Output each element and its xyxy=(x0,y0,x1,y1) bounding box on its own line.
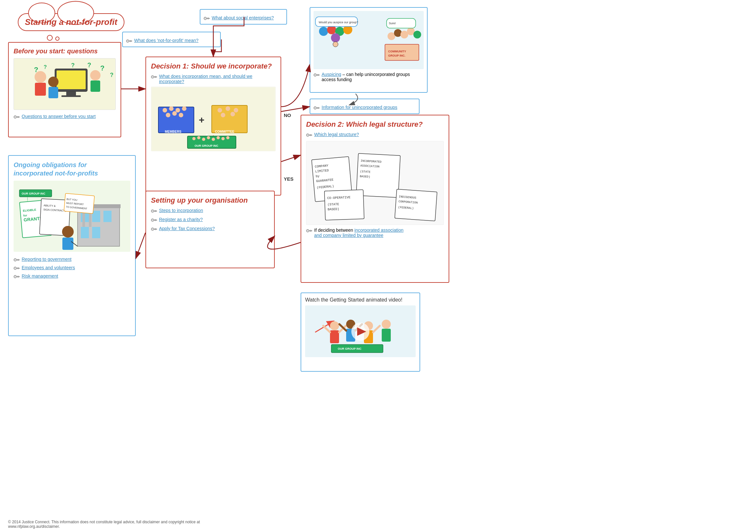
svg-text:✦: ✦ xyxy=(205,133,208,137)
svg-point-20 xyxy=(151,76,154,78)
book-icon-13 xyxy=(151,218,157,223)
svg-point-92 xyxy=(307,229,309,232)
employees-link-container: Employees and volunteers xyxy=(14,265,130,271)
svg-point-24 xyxy=(169,106,174,111)
before-start-link-container: Questions to answer before you start xyxy=(14,114,116,120)
risk-link[interactable]: Risk management xyxy=(22,274,58,279)
before-start-link[interactable]: Questions to answer before you start xyxy=(22,114,96,119)
setup-heading: Setting up your organisation xyxy=(151,196,269,204)
svg-point-0 xyxy=(204,17,206,20)
svg-text:OUR GROUP INC: OUR GROUP INC xyxy=(338,347,362,350)
decision2-link[interactable]: Which legal structure? xyxy=(314,132,359,137)
book-icon-12 xyxy=(151,208,157,214)
decision1-link[interactable]: What does incorporation mean, and should… xyxy=(159,74,276,84)
nfp-mean-link[interactable]: What does 'not-for-profit' mean? xyxy=(134,38,199,43)
svg-rect-6 xyxy=(62,95,81,97)
decision1-illustration: MEMBERS + COMMITTEE xyxy=(151,87,276,151)
charity-link-container: Register as a charity? xyxy=(151,217,269,223)
tax-link[interactable]: Apply for Tax Concessions? xyxy=(159,226,215,231)
if-deciding-text: If deciding between incorporated associa… xyxy=(314,227,403,238)
svg-point-11 xyxy=(90,70,100,80)
no-label: NO xyxy=(284,113,291,118)
decision1-box: Decision 1: Should we incorporate? What … xyxy=(146,57,281,196)
main-title-cloud: Starting a not-for-profit xyxy=(10,6,132,38)
if-deciding-container: If deciding between incorporated associa… xyxy=(306,227,444,238)
auspicing-illustration: Would you auspice our group? COMMUNITY G… xyxy=(313,11,424,69)
legal-struct-svg: COMPANY LIMITED by GUARANTEE (FEDERAL) I… xyxy=(307,142,443,224)
svg-point-119 xyxy=(14,258,16,261)
tax-link-container: Apply for Tax Concessions? xyxy=(151,226,269,232)
cloud-bubble-1 xyxy=(47,35,53,41)
svg-text:OUR GROUP INC: OUR GROUP INC xyxy=(195,144,219,147)
svg-text:BASED): BASED) xyxy=(360,174,370,178)
cloud-shape: Starting a not-for-profit xyxy=(18,13,124,31)
svg-point-41 xyxy=(197,136,201,139)
video-svg: OUR GROUP INC xyxy=(306,306,415,357)
ongoing-illustration: ELIGIBLE for GRANTS ABILITY & SIGN CONTR… xyxy=(14,181,130,252)
ongoing-obligations-box: Ongoing obligations forincorporated not-… xyxy=(8,155,136,336)
employees-link[interactable]: Employees and volunteers xyxy=(22,265,75,270)
footer-text: © 2014 Justice Connect. This information… xyxy=(8,520,200,529)
svg-point-116 xyxy=(62,226,74,238)
if-deciding-link-container: If deciding between incorporated associa… xyxy=(306,227,444,238)
ongoing-svg: ELIGIBLE for GRANTS ABILITY & SIGN CONTR… xyxy=(14,182,129,251)
svg-rect-117 xyxy=(62,238,73,250)
svg-text:by: by xyxy=(315,174,320,178)
decision1-heading: Decision 1: Should we incorporate? xyxy=(151,62,276,70)
svg-point-19 xyxy=(14,116,16,118)
svg-point-71 xyxy=(307,134,309,136)
auspicing-svg: Would you auspice our group? COMMUNITY G… xyxy=(314,12,424,68)
svg-point-34 xyxy=(226,106,230,111)
svg-text:GROUP INC.: GROUP INC. xyxy=(388,54,405,57)
svg-point-29 xyxy=(179,113,183,117)
video-box: Watch the Getting Started animated video… xyxy=(301,293,420,372)
svg-rect-98 xyxy=(81,227,89,238)
auspicing-box: Would you auspice our group? COMMUNITY G… xyxy=(310,7,428,93)
svg-point-51 xyxy=(319,27,328,36)
svg-point-25 xyxy=(176,108,180,113)
svg-point-46 xyxy=(221,137,225,140)
video-thumbnail[interactable]: OUR GROUP INC xyxy=(305,306,416,357)
svg-point-42 xyxy=(202,138,205,141)
svg-text:?: ? xyxy=(71,62,75,68)
auspicing-link-container: Auspicing – can help unincorporated grou… xyxy=(313,72,424,82)
steps-link[interactable]: Steps to incorporation xyxy=(159,208,203,213)
svg-point-28 xyxy=(172,111,177,116)
svg-point-1 xyxy=(126,40,129,42)
svg-point-26 xyxy=(182,106,186,111)
svg-point-121 xyxy=(14,275,16,278)
svg-point-47 xyxy=(226,136,230,139)
svg-point-37 xyxy=(230,112,235,116)
social-enterprises-link[interactable]: What about social enterprises? xyxy=(212,15,274,20)
book-icon-14 xyxy=(151,226,157,232)
svg-rect-96 xyxy=(92,211,100,222)
unincorp-link[interactable]: Information for unincorporated groups xyxy=(322,105,397,110)
auspicing-link[interactable]: Auspicing xyxy=(322,72,341,77)
svg-text:COMMUNITY: COMMUNITY xyxy=(388,50,406,53)
svg-point-44 xyxy=(212,138,215,141)
svg-point-56 xyxy=(333,42,338,47)
svg-text:?: ? xyxy=(34,66,38,74)
svg-text:COMMITTEE: COMMITTEE xyxy=(215,130,234,133)
decision1-link-container: What does incorporation mean, and should… xyxy=(151,74,276,84)
nfp-mean-box: What does 'not-for-profit' mean? xyxy=(122,32,221,47)
reporting-link[interactable]: Reporting to government xyxy=(22,257,71,262)
svg-text:Sure!: Sure! xyxy=(389,22,396,25)
decision2-box: Decision 2: Which legal structure? Which… xyxy=(301,115,449,283)
svg-point-69 xyxy=(314,74,316,76)
setup-box: Setting up your organisation Steps to in… xyxy=(146,191,275,268)
social-enterprises-box: What about social enterprises? xyxy=(200,9,287,25)
svg-rect-99 xyxy=(92,227,100,238)
before-start-heading: Before you start: questions xyxy=(14,47,116,55)
svg-text:?: ? xyxy=(44,64,47,70)
charity-link[interactable]: Register as a charity? xyxy=(159,217,202,222)
svg-point-70 xyxy=(314,107,316,109)
svg-text:?: ? xyxy=(110,72,113,78)
svg-rect-88 xyxy=(395,189,437,221)
svg-point-45 xyxy=(217,136,220,139)
book-icon-10 xyxy=(14,266,20,271)
svg-text:MEMBERS: MEMBERS xyxy=(165,130,181,133)
svg-point-124 xyxy=(151,228,154,230)
reporting-link-container: Reporting to government xyxy=(14,257,130,262)
cloud-bubble-2 xyxy=(55,37,60,41)
